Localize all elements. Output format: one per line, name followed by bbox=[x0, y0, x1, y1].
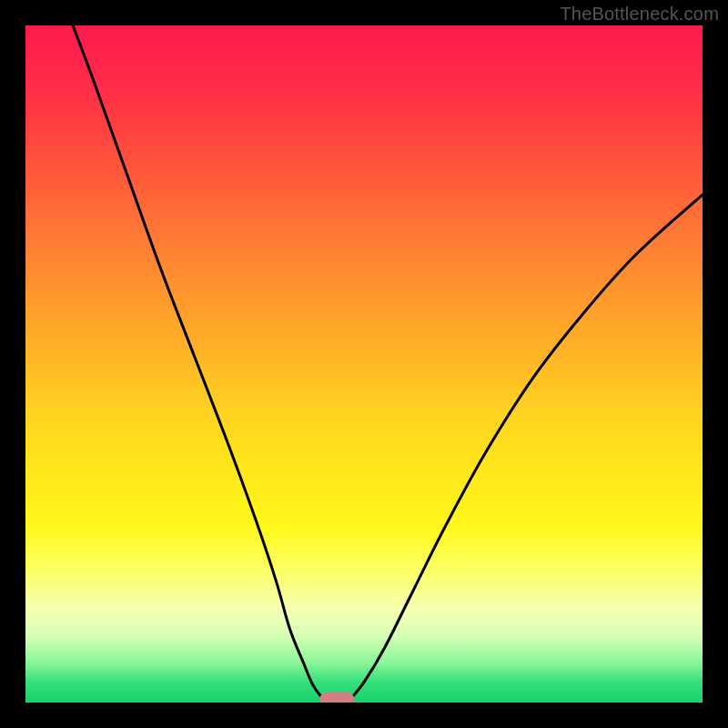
watermark-text: TheBottleneck.com bbox=[560, 4, 719, 25]
bottleneck-marker bbox=[320, 693, 354, 703]
outer-frame: TheBottleneck.com bbox=[0, 0, 728, 728]
curve-left-curve bbox=[73, 25, 323, 699]
chart-layer bbox=[73, 25, 703, 703]
plot-area bbox=[25, 25, 703, 703]
chart-svg bbox=[25, 25, 703, 703]
curve-right-curve bbox=[350, 195, 703, 699]
